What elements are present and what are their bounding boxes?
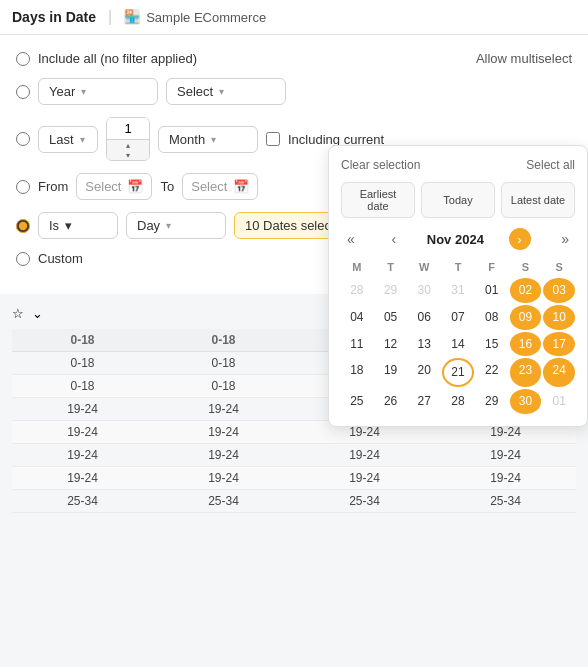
cal-day-4-5[interactable]: 30 — [510, 389, 542, 414]
cal-day-4-0[interactable]: 25 — [341, 389, 373, 414]
cal-day-3-5[interactable]: 23 — [510, 358, 542, 387]
month-dropdown[interactable]: Month ▾ — [158, 126, 258, 153]
breadcrumb: 🏪 Sample ECommerce — [124, 9, 266, 25]
expand-icon[interactable]: ⌄ — [32, 306, 43, 321]
cal-day-0-1[interactable]: 29 — [375, 278, 407, 303]
cal-day-1-4[interactable]: 08 — [476, 305, 508, 330]
nav-next-button[interactable]: › — [509, 228, 531, 250]
is-chevron-icon: ▾ — [65, 218, 72, 233]
table-cell: 25-34 — [153, 490, 294, 513]
table-cell: 19-24 — [153, 467, 294, 490]
stepper-down-icon[interactable]: ▾ — [107, 150, 149, 160]
from-to-radio[interactable] — [16, 180, 30, 194]
header-divider: | — [108, 8, 112, 26]
cal-day-0-0[interactable]: 28 — [341, 278, 373, 303]
table-cell: 0-18 — [153, 352, 294, 375]
to-date-input[interactable]: Select 📅 — [182, 173, 258, 200]
cal-day-1-2[interactable]: 06 — [408, 305, 440, 330]
cal-day-1-3[interactable]: 07 — [442, 305, 474, 330]
stepper-arrows: ▴ ▾ — [107, 140, 149, 160]
year-chevron-icon: ▾ — [81, 86, 86, 97]
cal-day-2-5[interactable]: 16 — [510, 332, 542, 357]
cal-day-0-5[interactable]: 02 — [510, 278, 542, 303]
cal-day-2-4[interactable]: 15 — [476, 332, 508, 357]
today-button[interactable]: Today — [421, 182, 495, 218]
cal-day-2-6[interactable]: 17 — [543, 332, 575, 357]
month-year-label: Nov 2024 — [427, 232, 484, 247]
table-row: 19-2419-2419-2419-24 — [12, 467, 576, 490]
calendar-popup: Clear selection Select all Earliest date… — [328, 145, 588, 427]
cal-day-3-6[interactable]: 24 — [543, 358, 575, 387]
from-date-input[interactable]: Select 📅 — [76, 173, 152, 200]
cal-day-4-6[interactable]: 01 — [543, 389, 575, 414]
star-icon[interactable]: ☆ — [12, 306, 24, 321]
table-cell: 19-24 — [435, 444, 576, 467]
cal-day-0-2[interactable]: 30 — [408, 278, 440, 303]
stepper-up-icon[interactable]: ▴ — [107, 140, 149, 150]
year-value-chevron-icon: ▾ — [219, 86, 224, 97]
is-dropdown[interactable]: Is ▾ — [38, 212, 118, 239]
from-placeholder: Select — [85, 179, 121, 194]
cal-day-0-4[interactable]: 01 — [476, 278, 508, 303]
calendar-presets: Earliest date Today Latest date — [341, 182, 575, 218]
table-cell: 19-24 — [153, 421, 294, 444]
select-all-button[interactable]: Select all — [526, 158, 575, 172]
custom-label: Custom — [38, 251, 83, 266]
month-label: Month — [169, 132, 205, 147]
from-calendar-icon: 📅 — [127, 179, 143, 194]
cal-day-2-0[interactable]: 11 — [341, 332, 373, 357]
year-radio[interactable] — [16, 85, 30, 99]
to-label: To — [160, 179, 174, 194]
cal-day-2-1[interactable]: 12 — [375, 332, 407, 357]
last-radio[interactable] — [16, 132, 30, 146]
year-dropdown[interactable]: Year ▾ — [38, 78, 158, 105]
cal-day-4-2[interactable]: 27 — [408, 389, 440, 414]
cal-day-1-5[interactable]: 09 — [510, 305, 542, 330]
cal-day-3-3[interactable]: 21 — [442, 358, 474, 387]
table-cell: 19-24 — [435, 467, 576, 490]
including-current-checkbox[interactable] — [266, 132, 280, 146]
filter-panel: Include all (no filter applied) Allow mu… — [0, 35, 588, 294]
cal-day-0-3[interactable]: 31 — [442, 278, 474, 303]
toolbar-icons: ☆ ⌄ — [12, 306, 43, 321]
nav-prev-prev-button[interactable]: « — [341, 229, 361, 249]
clear-selection-button[interactable]: Clear selection — [341, 158, 420, 172]
cal-day-2-3[interactable]: 14 — [442, 332, 474, 357]
day-chevron-icon: ▾ — [166, 220, 171, 231]
nav-next-icon: › — [517, 232, 521, 247]
custom-radio[interactable] — [16, 252, 30, 266]
table-cell: 19-24 — [294, 467, 435, 490]
cal-day-1-1[interactable]: 05 — [375, 305, 407, 330]
cal-day-3-0[interactable]: 18 — [341, 358, 373, 387]
cal-day-2-2[interactable]: 13 — [408, 332, 440, 357]
year-value-label: Select — [177, 84, 213, 99]
table-cell: 0-18 — [12, 352, 153, 375]
day-header-W2: W — [408, 258, 440, 276]
cal-day-1-0[interactable]: 04 — [341, 305, 373, 330]
col-header: 0-18 — [12, 329, 153, 352]
cal-day-3-2[interactable]: 20 — [408, 358, 440, 387]
table-cell: 25-34 — [12, 490, 153, 513]
table-cell: 19-24 — [294, 444, 435, 467]
page-title: Days in Date — [12, 9, 96, 25]
nav-prev-button[interactable]: ‹ — [385, 229, 402, 249]
cal-day-1-6[interactable]: 10 — [543, 305, 575, 330]
cal-day-4-3[interactable]: 28 — [442, 389, 474, 414]
cal-day-3-4[interactable]: 22 — [476, 358, 508, 387]
cal-day-4-1[interactable]: 26 — [375, 389, 407, 414]
cal-day-4-4[interactable]: 29 — [476, 389, 508, 414]
latest-date-button[interactable]: Latest date — [501, 182, 575, 218]
is-radio[interactable] — [16, 219, 30, 233]
day-header-M0: M — [341, 258, 373, 276]
earliest-date-button[interactable]: Earliest date — [341, 182, 415, 218]
include-all-radio[interactable] — [16, 52, 30, 66]
nav-next-next-button[interactable]: » — [555, 229, 575, 249]
table-cell: 25-34 — [294, 490, 435, 513]
calendar-actions: Clear selection Select all — [341, 158, 575, 172]
stepper-control[interactable]: 1 ▴ ▾ — [106, 117, 150, 161]
year-value-dropdown[interactable]: Select ▾ — [166, 78, 286, 105]
day-dropdown[interactable]: Day ▾ — [126, 212, 226, 239]
cal-day-0-6[interactable]: 03 — [543, 278, 575, 303]
cal-day-3-1[interactable]: 19 — [375, 358, 407, 387]
last-dropdown[interactable]: Last ▾ — [38, 126, 98, 153]
